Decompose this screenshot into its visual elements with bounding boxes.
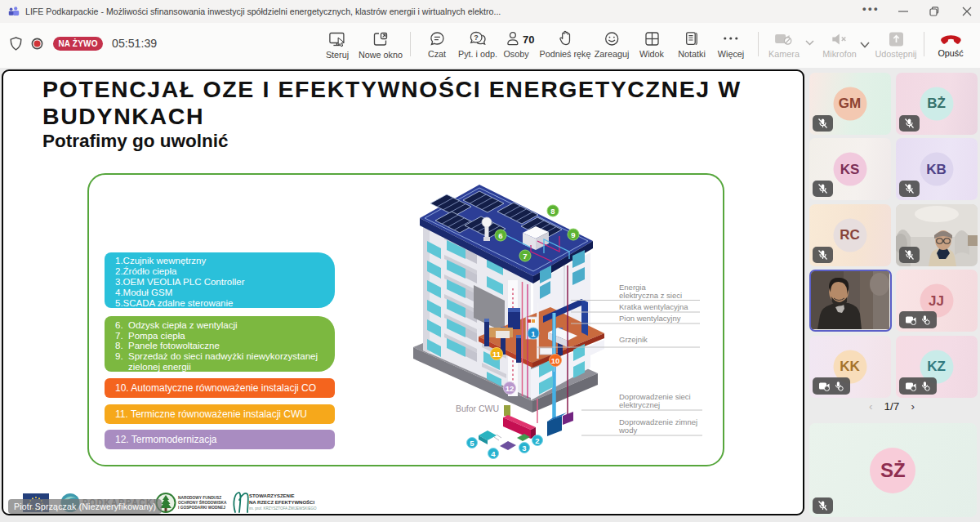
svg-text:4: 4 <box>491 449 496 458</box>
svg-text:wody: wody <box>618 426 637 435</box>
svg-text:7: 7 <box>523 252 527 261</box>
svg-text:11: 11 <box>492 350 501 359</box>
svg-text:Bufor CWU: Bufor CWU <box>456 404 499 413</box>
svg-text:elektrycznej: elektrycznej <box>619 400 660 409</box>
svg-text:8: 8 <box>550 207 555 216</box>
svg-text:2: 2 <box>535 436 539 445</box>
svg-text:5: 5 <box>470 439 474 448</box>
svg-text:10: 10 <box>551 356 560 365</box>
svg-text:Grzejnik: Grzejnik <box>619 335 648 344</box>
svg-text:6: 6 <box>498 231 502 240</box>
svg-text:OCHRONY ŚRODOWISKA: OCHRONY ŚRODOWISKA <box>178 500 227 505</box>
svg-text:NA RZECZ EFEKTYWNOŚCI: NA RZECZ EFEKTYWNOŚCI <box>249 500 314 505</box>
svg-text:1: 1 <box>531 329 536 338</box>
svg-text:3: 3 <box>522 444 526 453</box>
svg-text:?: ? <box>474 33 479 42</box>
svg-text:elektryczna z sieci: elektryczna z sieci <box>619 291 682 300</box>
svg-text:NARODOWY FUNDUSZ: NARODOWY FUNDUSZ <box>178 496 221 500</box>
svg-text:9: 9 <box>571 230 575 239</box>
svg-text:im. prof. KRZYSZTOFA ŻMIJEWSKI: im. prof. KRZYSZTOFA ŻMIJEWSKIEGO <box>249 506 317 511</box>
svg-text:STOWARZYSZENIE: STOWARZYSZENIE <box>249 493 295 498</box>
svg-text:Kratka wentylacyjna: Kratka wentylacyjna <box>619 302 688 311</box>
svg-text:Pion wentylacyjny: Pion wentylacyjny <box>619 314 681 323</box>
svg-text:I GOSPODARKI WODNEJ: I GOSPODARKI WODNEJ <box>178 506 225 510</box>
svg-text:12: 12 <box>506 384 514 393</box>
